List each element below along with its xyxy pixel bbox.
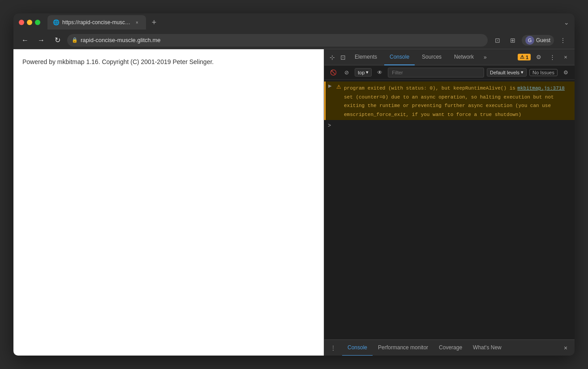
drawer-whats-new-label: What's New: [473, 344, 502, 351]
console-content: ▶ ⚠ program exited (with status: 0), but…: [324, 80, 575, 339]
console-stop-button[interactable]: ⊘: [341, 67, 352, 78]
tab-console[interactable]: Console: [384, 49, 415, 65]
console-prompt: >: [324, 120, 575, 132]
title-bar: 🌐 https://rapid-concise-muscle.g... × + …: [13, 13, 575, 31]
traffic-lights: [19, 20, 40, 25]
minimize-traffic-light[interactable]: [27, 20, 32, 25]
devtools-header-right: ⚠ 1 ⚙ ⋮ ×: [518, 52, 571, 63]
browser-window: 🌐 https://rapid-concise-muscle.g... × + …: [13, 13, 575, 356]
warning-triangle: ⚠: [520, 54, 524, 60]
levels-label: Default levels: [490, 70, 519, 75]
tab-favicon: 🌐: [53, 19, 60, 26]
main-content: Powered by mkbitmap 1.16. Copyright (C) …: [13, 49, 575, 356]
console-clear-button[interactable]: 🚫: [328, 67, 339, 78]
tab-elements[interactable]: Elements: [349, 49, 382, 65]
expand-icon[interactable]: ▶: [328, 83, 332, 88]
warning-text-line4: emscripten_force_exit, if you want to fo…: [344, 112, 521, 117]
devtools-panel: ⊹ ⊡ Elements Console Sources Network » ⚠: [324, 49, 575, 356]
devtools-inspect-icon[interactable]: ⊡: [339, 54, 348, 61]
close-traffic-light[interactable]: [19, 20, 24, 25]
maximize-traffic-light[interactable]: [35, 20, 40, 25]
prompt-arrow: >: [328, 123, 331, 129]
devtools-settings-button[interactable]: ⚙: [533, 52, 544, 63]
webpage: Powered by mkbitmap 1.16. Copyright (C) …: [13, 49, 324, 356]
more-devtools-tabs-button[interactable]: »: [481, 54, 489, 60]
profile-icon: G: [525, 36, 534, 45]
drawer-close-button[interactable]: ×: [560, 343, 571, 353]
tabs-area: 🌐 https://rapid-concise-muscle.g... × +: [47, 15, 560, 30]
levels-selector[interactable]: Default levels ▾: [487, 68, 527, 77]
warning-icon: ⚠: [336, 84, 341, 90]
devtools-close-button[interactable]: ×: [560, 52, 571, 63]
warning-message-body: program exited (with status: 0), but kee…: [344, 83, 571, 118]
tab-network[interactable]: Network: [449, 49, 479, 65]
context-selector[interactable]: top ▾: [355, 68, 372, 77]
forward-button[interactable]: →: [35, 34, 47, 47]
nav-right: ⊡ ⊞ G Guest ⋮: [491, 34, 569, 47]
context-arrow: ▾: [366, 69, 369, 75]
no-issues-badge: No Issues: [529, 69, 558, 76]
page-content: Powered by mkbitmap 1.16. Copyright (C) …: [22, 58, 315, 65]
console-warning-message: ▶ ⚠ program exited (with status: 0), but…: [324, 82, 575, 120]
drawer-tab-coverage[interactable]: Coverage: [433, 340, 468, 356]
warning-text-line2: set (counter=0) due to an async operatio…: [344, 94, 554, 100]
console-settings-button[interactable]: ⚙: [560, 67, 571, 78]
drawer-performance-label: Performance monitor: [378, 344, 428, 351]
context-label: top: [358, 70, 365, 75]
drawer-tab-whats-new[interactable]: What's New: [468, 340, 507, 356]
console-filter-input[interactable]: [388, 68, 484, 77]
drawer-coverage-label: Coverage: [439, 344, 462, 351]
levels-arrow: ▾: [521, 69, 524, 75]
back-button[interactable]: ←: [19, 34, 31, 47]
profile-label: Guest: [536, 37, 550, 43]
tab-close-button[interactable]: ×: [133, 19, 141, 26]
screen-button[interactable]: ⊞: [506, 34, 519, 47]
drawer-menu-button[interactable]: ⋮: [328, 343, 339, 353]
lock-icon: 🔒: [72, 37, 78, 43]
active-tab[interactable]: 🌐 https://rapid-concise-muscle.g... ×: [47, 15, 146, 30]
reload-button[interactable]: ↻: [51, 34, 64, 47]
console-toolbar: 🚫 ⊘ top ▾ 👁 Default levels ▾ No Issues ⚙: [324, 65, 575, 80]
warning-badge[interactable]: ⚠ 1: [518, 54, 531, 60]
warning-text-line3: exiting the runtime or preventing furthe…: [344, 103, 551, 108]
tab-dropdown-button[interactable]: ⌄: [564, 19, 569, 26]
tab-title: https://rapid-concise-muscle.g...: [62, 19, 131, 26]
drawer-console-label: Console: [348, 344, 367, 351]
profile-button[interactable]: G Guest: [522, 35, 554, 46]
devtools-header: ⊹ ⊡ Elements Console Sources Network » ⚠: [324, 49, 575, 65]
address-text: rapid-concise-muscle.glitch.me: [81, 37, 160, 43]
more-button[interactable]: ⋮: [557, 34, 569, 47]
warning-text-line1: program exited (with status: 0), but kee…: [344, 86, 515, 91]
address-bar[interactable]: 🔒 rapid-concise-muscle.glitch.me: [67, 34, 488, 47]
cast-button[interactable]: ⊡: [491, 34, 504, 47]
console-eye-button[interactable]: 👁: [374, 67, 385, 78]
warning-count: 1: [526, 55, 528, 60]
nav-bar: ← → ↻ 🔒 rapid-concise-muscle.glitch.me ⊡…: [13, 31, 575, 49]
tab-sources[interactable]: Sources: [416, 49, 447, 65]
devtools-drawer: ⋮ Console Performance monitor Coverage W…: [324, 339, 575, 356]
new-tab-button[interactable]: +: [148, 16, 160, 29]
source-link[interactable]: mkbitmap.js:3718: [517, 86, 565, 91]
devtools-more-button[interactable]: ⋮: [547, 52, 558, 63]
devtools-cursor-icon[interactable]: ⊹: [328, 54, 337, 61]
drawer-tab-performance-monitor[interactable]: Performance monitor: [373, 340, 433, 356]
drawer-tab-console[interactable]: Console: [342, 340, 373, 356]
